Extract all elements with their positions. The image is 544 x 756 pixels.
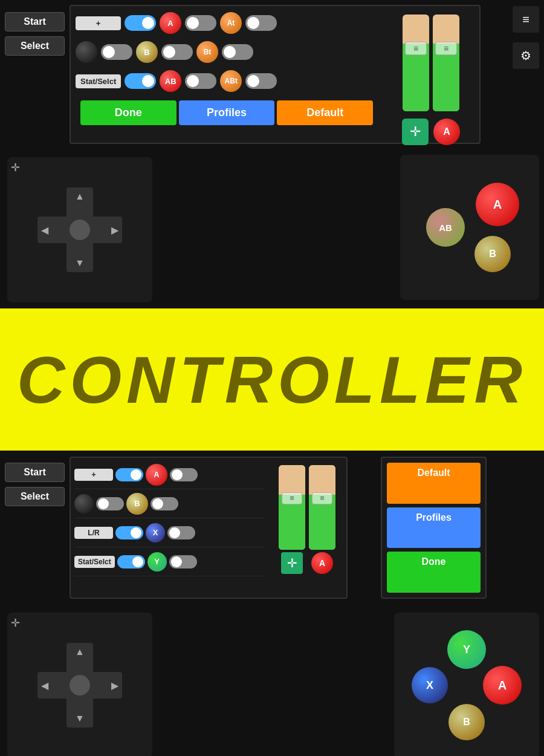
toggle-3-2[interactable]: [185, 73, 216, 89]
config-row-b1: + A: [74, 460, 264, 489]
btn-y-widget-bottom[interactable]: Y: [447, 630, 486, 669]
toggle-2-3[interactable]: [222, 44, 253, 60]
toggle-b4-2[interactable]: [169, 555, 197, 569]
start-button-bottom[interactable]: Start: [5, 463, 65, 482]
dpad-up-top[interactable]: ▲: [75, 191, 85, 202]
btn-bt-top[interactable]: Bt: [196, 41, 218, 63]
cross-icon-bottom-slider[interactable]: ✛: [281, 552, 303, 574]
top-section: Start Select + A At: [0, 0, 544, 308]
toggle-1-3[interactable]: [245, 15, 277, 31]
config-row-2: B Bt: [76, 39, 378, 65]
controller-title: CONTROLLER: [17, 341, 527, 418]
slider-with-icon-2: ≡ A: [309, 465, 335, 574]
config-row-3: Stat/Selct AB ABt: [76, 68, 378, 94]
dpad-move-icon-top: ✛: [11, 161, 20, 174]
btn-a-bottom[interactable]: A: [146, 464, 167, 486]
btn-b-top[interactable]: B: [136, 41, 158, 63]
gear-icon-top[interactable]: ⚙: [513, 42, 539, 69]
label-cross-bottom: +: [74, 469, 113, 481]
dpad-right-top[interactable]: ▶: [111, 224, 118, 236]
done-button-bottom[interactable]: Done: [387, 552, 481, 593]
slider-track-b2[interactable]: ≡: [309, 465, 335, 550]
toggle-1-2[interactable]: [185, 15, 216, 31]
btn-black-bottom: [74, 494, 94, 513]
a-icon-bottom-slider[interactable]: A: [311, 552, 333, 574]
config-row-b2: B: [74, 489, 264, 518]
config-rows-bottom: + A B L/R: [71, 458, 268, 579]
profiles-button-top[interactable]: Profiles: [179, 100, 275, 125]
dpad-down-top[interactable]: ▼: [75, 258, 85, 269]
slider-handle-1[interactable]: ≡: [405, 42, 427, 55]
start-button-top[interactable]: Start: [5, 12, 65, 31]
btn-a-top-1[interactable]: A: [160, 12, 181, 34]
slider-track-b1[interactable]: ≡: [279, 465, 305, 550]
toggle-3-1[interactable]: [125, 73, 156, 89]
menu-icon-top[interactable]: ≡: [513, 6, 539, 33]
dpad-left-top[interactable]: ◀: [41, 224, 48, 236]
dpad-cross-top[interactable]: ▲ ▼ ◀ ▶: [37, 187, 122, 272]
toggle-2-2[interactable]: [161, 44, 193, 60]
btn-y-bottom-row[interactable]: Y: [147, 552, 167, 572]
btn-x-widget-bottom[interactable]: X: [412, 667, 448, 703]
a-btn-icon-top[interactable]: A: [433, 119, 460, 145]
toggle-b3-2[interactable]: [167, 526, 195, 539]
slider-col-2: ≡: [433, 15, 459, 111]
dpad-widget-bottom: ✛ ▲ ▼ ◀ ▶: [7, 613, 152, 756]
yellow-banner: CONTROLLER: [0, 308, 544, 451]
btn-at-top[interactable]: At: [220, 12, 242, 34]
start-select-top: Start Select: [0, 6, 70, 62]
config-row-b3: L/R X: [74, 518, 264, 547]
toggle-b2-1[interactable]: [96, 497, 124, 510]
slider-handle-b1[interactable]: ≡: [282, 492, 302, 504]
dpad-left-bottom[interactable]: ◀: [41, 680, 48, 691]
toggle-3-3[interactable]: [245, 73, 277, 89]
slider-with-icon-1: ≡ ✛: [279, 465, 305, 574]
slider-handle-2[interactable]: ≡: [435, 42, 457, 55]
btn-a-widget-top[interactable]: A: [476, 183, 519, 226]
config-rows-top: + A At B Bt: [71, 6, 383, 132]
dpad-down-bottom[interactable]: ▼: [75, 713, 85, 724]
toggle-b4-1[interactable]: [117, 555, 145, 569]
btn-b-widget-top[interactable]: B: [474, 236, 511, 272]
cross-icon-top[interactable]: ✛: [402, 119, 429, 145]
config-row-1: + A At: [76, 10, 378, 36]
profiles-button-bottom[interactable]: Profiles: [387, 507, 481, 549]
btn-b-widget-bottom[interactable]: B: [448, 704, 485, 740]
slider-handle-b2[interactable]: ≡: [312, 492, 332, 504]
slider-track-1[interactable]: ≡: [403, 15, 429, 111]
sliders-top: ≡ ≡: [399, 10, 463, 116]
label-lr-bottom: L/R: [74, 527, 113, 539]
config-panel-bottom: + A B L/R: [70, 457, 348, 599]
label-statselect-top: Stat/Selct: [76, 74, 121, 88]
btn-ab-top[interactable]: AB: [160, 70, 181, 92]
bottom-section: Start Select + A: [0, 451, 544, 756]
btn-b-bottom-row[interactable]: B: [126, 493, 148, 515]
select-button-top[interactable]: Select: [5, 36, 65, 56]
dpad-cross-bottom[interactable]: ▲ ▼ ◀ ▶: [37, 643, 122, 728]
dpad-up-bottom[interactable]: ▲: [75, 647, 85, 657]
dpad-right-bottom[interactable]: ▶: [111, 680, 118, 691]
done-button-top[interactable]: Done: [80, 100, 176, 125]
slider-track-2[interactable]: ≡: [433, 15, 459, 111]
corner-icons-top: ≡ ⚙: [513, 6, 539, 69]
btns-layout-bottom: Y X A B: [409, 628, 524, 743]
default-button-top[interactable]: Default: [277, 100, 373, 125]
toggle-b1-2[interactable]: [170, 468, 198, 481]
dpad-center-top: [70, 220, 90, 240]
right-panel-bottom: Default Profiles Done: [381, 457, 487, 599]
btn-ab-widget-top[interactable]: AB: [426, 208, 465, 247]
btn-a-widget-bottom[interactable]: A: [483, 666, 522, 705]
label-statselect-bottom: Stat/Selct: [74, 556, 115, 568]
toggle-b2-2[interactable]: [151, 497, 178, 510]
btn-black-top: [76, 41, 97, 63]
toggle-1-1[interactable]: [125, 15, 156, 31]
btns-layout-top: AB A B: [415, 173, 524, 282]
toggle-b3-1[interactable]: [115, 526, 143, 539]
btn-x-bottom-row[interactable]: X: [146, 523, 165, 543]
config-row-b4: Stat/Selct Y: [74, 547, 264, 576]
default-button-bottom[interactable]: Default: [387, 463, 481, 504]
select-button-bottom[interactable]: Select: [5, 487, 65, 506]
btn-abt-top[interactable]: ABt: [220, 70, 242, 92]
toggle-2-1[interactable]: [101, 44, 132, 60]
toggle-b1-1[interactable]: [115, 468, 143, 481]
